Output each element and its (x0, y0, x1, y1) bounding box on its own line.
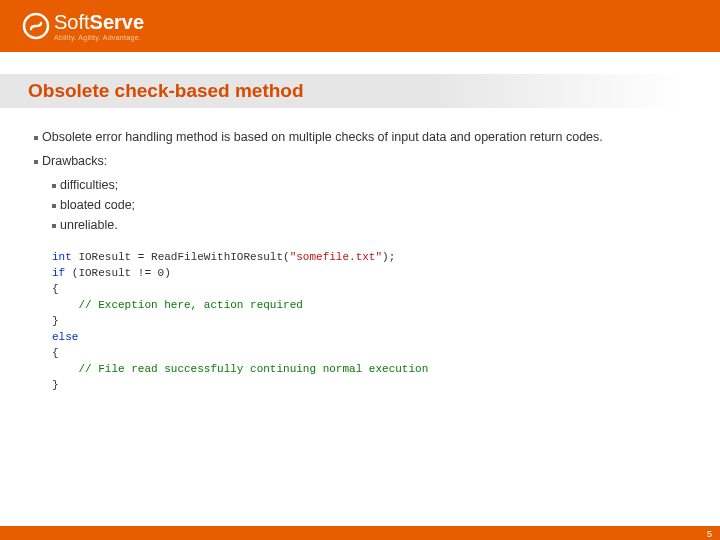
bullet-icon (34, 160, 38, 164)
sub-list: difficulties; bloated code; unreliable. (52, 178, 686, 232)
logo-icon (22, 12, 50, 40)
bullet-text: Obsolete error handling method is based … (42, 130, 603, 144)
bullet-text: Drawbacks: (42, 154, 107, 168)
bullet-item: Drawbacks: (34, 154, 686, 168)
logo-tagline: Ability. Agility. Advantage. (54, 34, 144, 41)
sub-bullet-item: bloated code; (52, 198, 686, 212)
footer-bar: 5 (0, 526, 720, 540)
bullet-text: difficulties; (60, 178, 118, 192)
sub-bullet-item: difficulties; (52, 178, 686, 192)
bullet-icon (52, 204, 56, 208)
header-bar: SoftServe Ability. Agility. Advantage. (0, 0, 720, 52)
bullet-icon (34, 136, 38, 140)
slide-title: Obsolete check-based method (28, 80, 304, 101)
bullet-icon (52, 224, 56, 228)
code-block: int IOResult = ReadFileWithIOResult("som… (52, 250, 686, 393)
sub-bullet-item: unreliable. (52, 218, 686, 232)
bullet-icon (52, 184, 56, 188)
slide-content: Obsolete error handling method is based … (0, 108, 720, 393)
logo: SoftServe Ability. Agility. Advantage. (22, 12, 144, 41)
page-number: 5 (707, 529, 712, 539)
bullet-text: unreliable. (60, 218, 118, 232)
slide-title-band: Obsolete check-based method (0, 74, 720, 108)
bullet-item: Obsolete error handling method is based … (34, 130, 686, 144)
bullet-text: bloated code; (60, 198, 135, 212)
logo-wordmark: SoftServe (54, 12, 144, 32)
